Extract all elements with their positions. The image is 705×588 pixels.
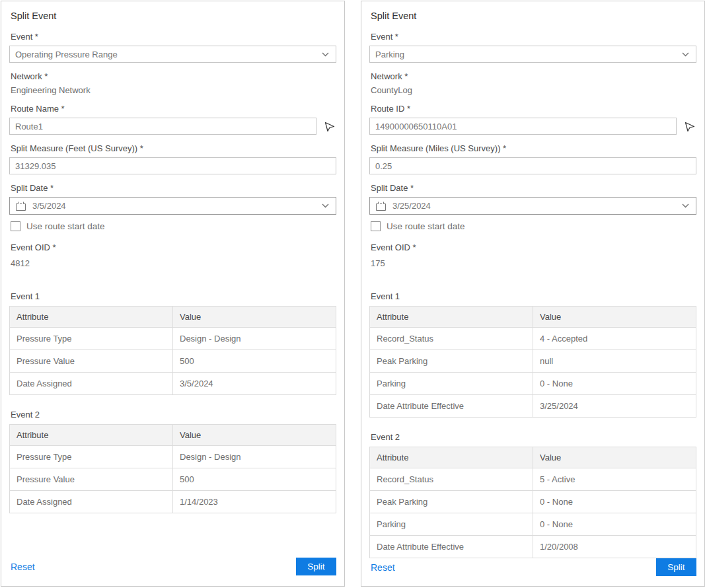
panel-footer: Reset Split <box>369 558 696 579</box>
value-cell: 1/20/2008 <box>533 536 696 558</box>
use-route-start-date-label: Use route start date <box>26 221 105 231</box>
event-select[interactable]: Operating Pressure Range <box>9 46 336 63</box>
event-label: Event * <box>371 32 696 42</box>
attribute-cell: Pressure Value <box>10 468 173 491</box>
route-label: Route Name * <box>11 104 336 114</box>
event-select-value: Operating Pressure Range <box>15 50 118 59</box>
table-row: Date Assigned 3/5/2024 <box>10 373 336 395</box>
route-input[interactable] <box>369 118 677 135</box>
date-picker[interactable]: 3/25/2024 <box>369 197 696 215</box>
use-route-start-date-row: Use route start date <box>11 221 336 231</box>
chevron-down-icon <box>682 52 689 57</box>
use-route-start-date-checkbox[interactable] <box>371 221 381 231</box>
event-field-group: Event * Parking <box>369 32 696 63</box>
calendar-icon <box>375 201 387 211</box>
select-route-arrow-icon[interactable] <box>682 119 696 133</box>
select-route-arrow-icon[interactable] <box>322 119 336 133</box>
value-cell: 0 - None <box>533 513 696 536</box>
value-cell: Design - Design <box>173 328 336 350</box>
date-label: Split Date * <box>11 183 336 193</box>
table-row: Pressure Value 500 <box>10 350 336 373</box>
attribute-cell: Pressure Type <box>10 328 173 350</box>
measure-label: Split Measure (Feet (US Survey)) * <box>11 143 336 153</box>
value-cell: 0 - None <box>533 373 696 395</box>
split-event-panel-right: Split Event Event * Parking Network * Co… <box>361 1 705 587</box>
chevron-down-icon <box>322 52 329 57</box>
measure-field-group: Split Measure (Miles (US Survey)) * <box>369 143 696 174</box>
route-label: Route ID * <box>371 104 696 114</box>
table-row: Peak Parking null <box>370 350 696 373</box>
date-label: Split Date * <box>371 183 696 193</box>
page-title: Split Event <box>11 11 336 21</box>
attribute-cell: Peak Parking <box>370 491 533 513</box>
attribute-cell: Pressure Value <box>10 350 173 373</box>
table-row: Pressure Value 500 <box>10 468 336 491</box>
event-field-group: Event * Operating Pressure Range <box>9 32 336 63</box>
value-cell: 0 - None <box>533 491 696 513</box>
value-header: Value <box>533 307 696 328</box>
value-header: Value <box>173 307 336 328</box>
event-select[interactable]: Parking <box>369 46 696 63</box>
network-label: Network * <box>371 71 696 81</box>
attribute-cell: Pressure Type <box>10 446 173 468</box>
attribute-header: Attribute <box>370 447 533 468</box>
table-row: Date Attribute Effective 1/20/2008 <box>370 536 696 558</box>
split-button[interactable]: Split <box>656 558 696 576</box>
table-row: Pressure Type Design - Design <box>10 328 336 350</box>
use-route-start-date-label: Use route start date <box>387 221 465 231</box>
attribute-header: Attribute <box>370 307 533 328</box>
date-picker[interactable]: 3/5/2024 <box>9 197 336 215</box>
attribute-cell: Parking <box>370 373 533 395</box>
attribute-cell: Record_Status <box>370 468 533 491</box>
network-value: Engineering Network <box>11 85 336 95</box>
table-row: Parking 0 - None <box>370 513 696 536</box>
table-row: Parking 0 - None <box>370 373 696 395</box>
attribute-cell: Date Assigned <box>10 373 173 395</box>
table-row: Date Attribute Effective 3/25/2024 <box>370 395 696 418</box>
value-cell: 500 <box>173 468 336 491</box>
reset-link[interactable]: Reset <box>371 562 395 573</box>
attribute-cell: Record_Status <box>370 328 533 350</box>
attribute-header: Attribute <box>10 425 173 446</box>
date-value: 3/5/2024 <box>32 201 66 211</box>
event-oid-label: Event OID * <box>371 242 696 252</box>
use-route-start-date-row: Use route start date <box>371 221 696 231</box>
use-route-start-date-checkbox[interactable] <box>11 221 20 231</box>
network-field-group: Network * Engineering Network <box>9 71 336 95</box>
date-field-group: Split Date * 3/5/2024 <box>9 183 336 215</box>
table-row: Pressure Type Design - Design <box>10 446 336 468</box>
split-button[interactable]: Split <box>296 558 336 575</box>
measure-input[interactable] <box>369 157 696 174</box>
attribute-cell: Peak Parking <box>370 350 533 373</box>
value-header: Value <box>533 447 696 468</box>
date-field-group: Split Date * 3/25/2024 <box>369 183 696 215</box>
attribute-header: Attribute <box>10 307 173 328</box>
panel-footer: Reset Split <box>9 558 336 578</box>
event-oid-value: 175 <box>371 258 696 268</box>
event-1-title: Event 1 <box>371 291 696 301</box>
date-value: 3/25/2024 <box>392 201 431 211</box>
attribute-cell: Parking <box>370 513 533 536</box>
value-header: Value <box>173 425 336 446</box>
attribute-cell: Date Attribute Effective <box>370 536 533 558</box>
attribute-cell: Date Attribute Effective <box>370 395 533 418</box>
measure-input[interactable] <box>9 157 336 174</box>
route-field-group: Route ID * <box>369 104 696 135</box>
reset-link[interactable]: Reset <box>11 562 35 572</box>
value-cell: 3/25/2024 <box>533 395 696 418</box>
event-2-title: Event 2 <box>371 432 696 442</box>
table-row: Record_Status 4 - Accepted <box>370 328 696 350</box>
event-1-title: Event 1 <box>11 291 336 301</box>
network-field-group: Network * CountyLog <box>369 71 696 95</box>
route-field-group: Route Name * <box>9 104 336 135</box>
value-cell: 1/14/2023 <box>173 491 336 513</box>
route-input[interactable] <box>9 118 316 135</box>
value-cell: 5 - Active <box>533 468 696 491</box>
table-row: Peak Parking 0 - None <box>370 491 696 513</box>
attribute-cell: Date Assigned <box>10 491 173 513</box>
measure-field-group: Split Measure (Feet (US Survey)) * <box>9 143 336 174</box>
calendar-icon <box>15 201 26 211</box>
event-2-title: Event 2 <box>11 410 336 420</box>
event-select-value: Parking <box>375 50 404 59</box>
event-1-table: Attribute Value Record_Status 4 - Accept… <box>369 306 696 418</box>
